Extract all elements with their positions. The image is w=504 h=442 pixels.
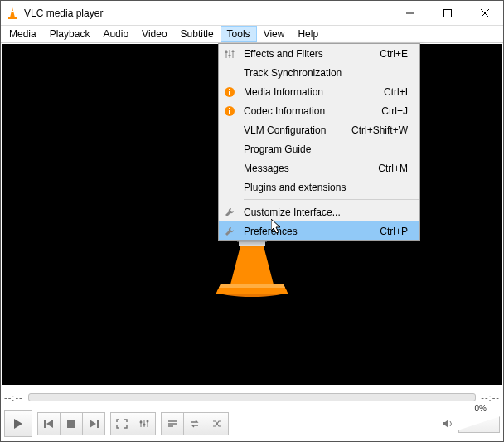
menu-item-preferences[interactable]: PreferencesCtrl+P (219, 221, 419, 240)
menu-item-shortcut: Ctrl+J (381, 105, 419, 117)
svg-rect-15 (225, 51, 228, 53)
volume-slider[interactable] (458, 415, 500, 433)
menu-playback[interactable]: Playback (43, 26, 97, 42)
menu-media[interactable]: Media (2, 26, 43, 42)
svg-rect-19 (229, 91, 230, 95)
menu-item-program-guide[interactable]: Program Guide (219, 139, 419, 158)
previous-button[interactable] (37, 412, 61, 435)
sliders-icon (219, 48, 240, 60)
menu-item-effects-and-filters[interactable]: Effects and FiltersCtrl+E (219, 44, 419, 63)
window-title: VLC media player (24, 7, 391, 19)
menu-item-shortcut: Ctrl+P (380, 226, 419, 237)
close-button[interactable] (466, 1, 503, 25)
menu-item-label: Track Synchronization (240, 67, 408, 79)
menu-item-label: Media Information (240, 86, 384, 98)
menu-subtitle[interactable]: Subtitle (174, 26, 220, 42)
menu-item-label: Plugins and extensions (240, 182, 408, 193)
menu-item-shortcut: Ctrl+Shift+W (351, 124, 419, 136)
menu-help[interactable]: Help (291, 26, 325, 42)
loop-button[interactable] (183, 412, 206, 435)
menu-item-label: Effects and Filters (240, 48, 380, 60)
play-button[interactable] (4, 410, 32, 437)
svg-rect-4 (443, 9, 451, 17)
title-bar: VLC media player (1, 1, 503, 26)
menu-item-label: Program Guide (240, 143, 408, 155)
elapsed-time: --:-- (4, 392, 23, 402)
wrench-icon (219, 226, 240, 237)
extended-settings-button[interactable] (133, 412, 156, 435)
menu-item-label: VLM Configuration (240, 124, 351, 136)
menu-tools[interactable]: Tools (220, 26, 257, 42)
menu-item-shortcut: Ctrl+I (384, 86, 419, 98)
speaker-icon (442, 418, 455, 430)
svg-rect-20 (229, 89, 230, 90)
svg-point-35 (143, 424, 146, 426)
stop-button[interactable] (60, 412, 83, 435)
svg-rect-23 (229, 108, 230, 109)
info-icon (219, 105, 240, 117)
menu-view[interactable]: View (257, 26, 292, 42)
next-button[interactable] (82, 412, 105, 435)
app-icon (6, 7, 19, 20)
menu-item-shortcut: Ctrl+E (380, 48, 419, 60)
total-time: --:-- (481, 392, 500, 402)
svg-marker-27 (46, 420, 53, 428)
svg-rect-16 (229, 55, 231, 56)
menu-audio[interactable]: Audio (96, 26, 135, 42)
playlist-button[interactable] (161, 412, 184, 435)
fullscreen-button[interactable] (110, 412, 133, 435)
info-icon (219, 86, 240, 98)
menu-video[interactable]: Video (135, 26, 173, 42)
svg-rect-22 (229, 110, 230, 114)
menu-item-plugins-and-extensions[interactable]: Plugins and extensions (219, 177, 419, 197)
svg-point-36 (147, 420, 149, 423)
seek-bar-row: --:-- --:-- (4, 388, 500, 406)
shuffle-button[interactable] (206, 412, 229, 435)
menu-bar: MediaPlaybackAudioVideoSubtitleToolsView… (1, 26, 503, 43)
menu-item-media-information[interactable]: Media InformationCtrl+I (219, 82, 419, 101)
svg-rect-2 (8, 17, 17, 19)
svg-point-34 (140, 421, 143, 424)
svg-marker-25 (14, 419, 22, 429)
menu-item-messages[interactable]: MessagesCtrl+M (219, 158, 419, 177)
menu-item-customize-interface[interactable]: Customize Interface... (219, 202, 419, 221)
volume-control[interactable]: 0% (442, 415, 500, 433)
svg-rect-1 (12, 11, 14, 12)
menu-item-label: Codec Information (240, 105, 381, 117)
svg-marker-40 (443, 420, 448, 428)
playback-controls: 0% (4, 410, 500, 438)
svg-rect-26 (44, 420, 46, 428)
svg-marker-29 (90, 420, 96, 428)
svg-rect-17 (232, 51, 235, 52)
minimize-button[interactable] (391, 1, 429, 25)
menu-item-label: Preferences (240, 226, 380, 237)
seek-slider[interactable] (28, 393, 477, 401)
volume-percent: 0% (475, 404, 487, 413)
wrench-icon (219, 206, 240, 218)
tools-menu-dropdown: Effects and FiltersCtrl+ETrack Synchroni… (218, 43, 420, 241)
menu-item-track-synchronization[interactable]: Track Synchronization (219, 63, 419, 82)
svg-rect-30 (97, 420, 99, 428)
menu-item-shortcut: Ctrl+M (378, 163, 419, 174)
maximize-button[interactable] (429, 1, 466, 25)
svg-rect-28 (67, 420, 75, 428)
menu-item-codec-information[interactable]: Codec InformationCtrl+J (219, 101, 419, 120)
menu-item-label: Messages (240, 163, 378, 174)
svg-marker-11 (219, 284, 285, 288)
menu-item-label: Customize Interface... (240, 206, 408, 218)
menu-item-vlm-configuration[interactable]: VLM ConfigurationCtrl+Shift+W (219, 120, 419, 139)
